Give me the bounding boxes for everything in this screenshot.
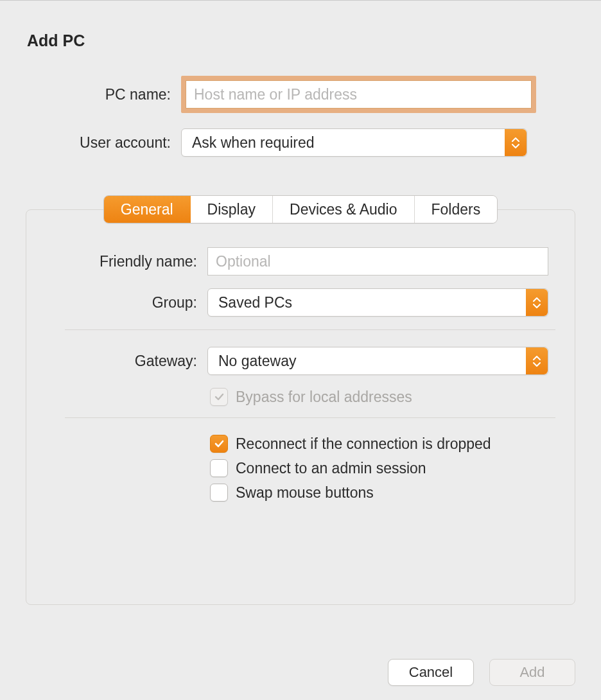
reconnect-label: Reconnect if the connection is dropped xyxy=(236,435,491,453)
general-panel: Friendly name: Group: Saved PCs Gateway: xyxy=(26,209,575,605)
gateway-select[interactable]: No gateway xyxy=(207,347,548,375)
friendly-name-label: Friendly name: xyxy=(26,253,207,270)
select-stepper-icon xyxy=(505,129,527,156)
add-pc-dialog: Add PC PC name: User account: Ask when r… xyxy=(0,0,601,700)
gateway-value: No gateway xyxy=(218,353,296,370)
tab-display[interactable]: Display xyxy=(191,196,273,223)
select-stepper-icon xyxy=(526,347,548,374)
gateway-label: Gateway: xyxy=(26,353,207,370)
admin-session-label: Connect to an admin session xyxy=(236,460,426,477)
group-select[interactable]: Saved PCs xyxy=(207,288,548,317)
top-form: PC name: User account: Ask when required xyxy=(0,76,601,157)
divider xyxy=(65,329,555,330)
cancel-button[interactable]: Cancel xyxy=(388,659,474,686)
pc-name-input[interactable] xyxy=(186,80,532,109)
reconnect-checkbox[interactable] xyxy=(210,435,228,453)
tab-bar: General Display Devices & Audio Folders xyxy=(0,195,601,223)
tab-devices-audio[interactable]: Devices & Audio xyxy=(273,196,414,223)
group-value: Saved PCs xyxy=(218,294,292,311)
bypass-checkbox xyxy=(210,388,228,406)
user-account-value: Ask when required xyxy=(192,134,315,152)
admin-session-checkbox[interactable] xyxy=(210,459,228,477)
select-stepper-icon xyxy=(526,289,548,316)
friendly-name-input[interactable] xyxy=(207,247,548,276)
pc-name-label: PC name: xyxy=(0,86,181,103)
tab-folders[interactable]: Folders xyxy=(415,196,498,223)
bypass-label: Bypass for local addresses xyxy=(236,389,412,406)
user-account-select[interactable]: Ask when required xyxy=(181,128,527,157)
dialog-footer: Cancel Add xyxy=(388,659,575,686)
pc-name-focus-ring xyxy=(181,76,536,113)
swap-mouse-label: Swap mouse buttons xyxy=(236,484,374,502)
divider xyxy=(65,417,555,418)
group-label: Group: xyxy=(26,294,207,311)
tab-general[interactable]: General xyxy=(104,196,191,223)
dialog-title: Add PC xyxy=(0,1,601,50)
user-account-label: User account: xyxy=(0,134,181,152)
swap-mouse-checkbox[interactable] xyxy=(210,484,228,502)
add-button: Add xyxy=(489,659,575,686)
